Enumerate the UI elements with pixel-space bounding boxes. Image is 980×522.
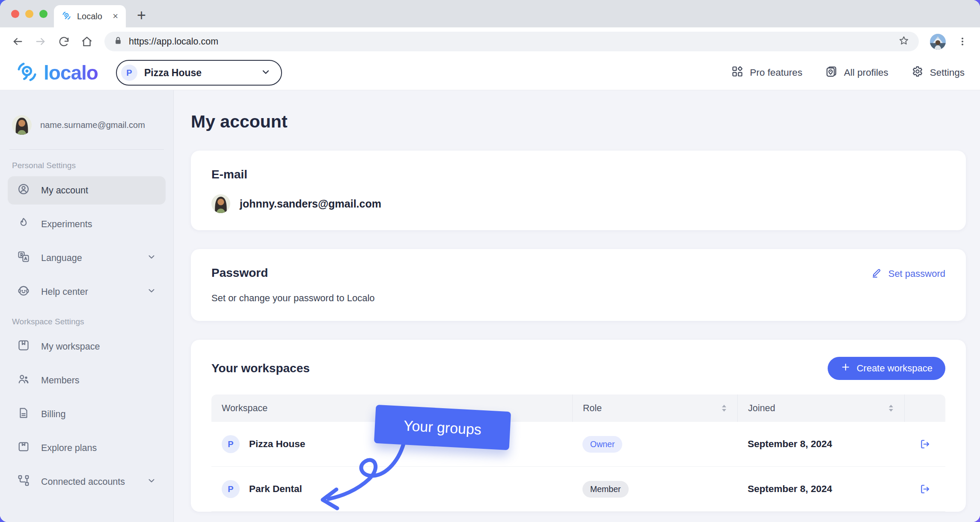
workspace-selector[interactable]: P Pizza House	[116, 60, 282, 86]
chevron-down-icon	[147, 286, 156, 298]
pencil-icon	[871, 267, 882, 281]
email-row: johnny.sanders@gmail.com	[211, 194, 945, 213]
browser-window: Localo × + https://app.localo.com	[0, 0, 980, 522]
sidebar-item-my-workspace[interactable]: My workspace	[8, 332, 166, 361]
sidebar-item-label: Members	[41, 375, 80, 386]
tab-close-icon[interactable]: ×	[113, 12, 118, 21]
forward-icon[interactable]	[31, 32, 50, 51]
sort-icon[interactable]	[721, 404, 727, 412]
sidebar-item-label: Language	[41, 253, 82, 264]
translate-icon	[17, 250, 30, 266]
create-workspace-button[interactable]: Create workspace	[828, 357, 945, 380]
url-text[interactable]: https://app.localo.com	[129, 36, 892, 47]
localo-logo[interactable]: localo	[15, 60, 98, 85]
role-badge: Owner	[582, 436, 622, 453]
sidebar-item-language[interactable]: Language	[8, 244, 166, 272]
address-bar[interactable]: https://app.localo.com	[104, 32, 919, 51]
nav-settings[interactable]: Settings	[912, 65, 965, 80]
user-avatar	[12, 115, 32, 135]
app-header-nav: Pro features All profiles Settings	[731, 65, 965, 80]
nav-all-profiles[interactable]: All profiles	[826, 65, 888, 80]
settings-sidebar: name.surname@gmail.com Personal Settings…	[0, 90, 174, 522]
page-title: My account	[191, 112, 966, 132]
tab-strip: Localo × +	[0, 0, 980, 27]
sidebar-item-my-account[interactable]: My account	[8, 176, 166, 205]
sidebar-item-label: Explore plans	[41, 443, 97, 454]
role-cell: Member	[572, 481, 737, 498]
sidebar-item-help-center[interactable]: Help center	[8, 278, 166, 306]
bookmark-star-icon[interactable]	[898, 35, 909, 48]
gear-icon	[912, 65, 924, 80]
joined-cell: September 8, 2024	[737, 483, 904, 495]
localo-logo-icon	[15, 60, 39, 85]
sidebar-item-explore-plans[interactable]: Explore plans	[8, 434, 166, 462]
profiles-stack-icon	[826, 65, 837, 80]
joined-date: September 8, 2024	[748, 483, 832, 495]
actions-cell	[904, 438, 945, 450]
workspace-name: Park Dental	[249, 483, 302, 495]
section-label-workspace: Workspace Settings	[8, 317, 166, 326]
sidebar-divider	[9, 149, 164, 150]
role-cell: Owner	[572, 436, 737, 453]
nav-pro-features[interactable]: Pro features	[731, 65, 802, 80]
workspace-selector-label: Pizza House	[144, 67, 254, 79]
column-header-actions	[904, 394, 945, 422]
joined-cell: September 8, 2024	[737, 439, 904, 450]
nav-label: Pro features	[750, 67, 802, 78]
chevron-down-icon	[147, 252, 156, 264]
user-email: name.surname@gmail.com	[40, 120, 145, 130]
leave-workspace-icon[interactable]	[919, 483, 931, 495]
sidebar-user: name.surname@gmail.com	[8, 90, 166, 149]
localo-wordmark: localo	[44, 61, 98, 84]
zoom-window-button[interactable]	[39, 10, 48, 18]
column-header-joined[interactable]: Joined	[737, 394, 904, 422]
role-badge: Member	[582, 481, 629, 498]
nav-label: Settings	[930, 67, 965, 78]
sidebar-item-experiments[interactable]: Experiments	[8, 210, 166, 238]
plus-icon	[840, 362, 851, 375]
bookmark-square-icon	[17, 339, 30, 354]
sidebar-item-label: Billing	[41, 409, 65, 420]
reload-icon[interactable]	[54, 32, 74, 51]
sidebar-item-label: Connected accounts	[41, 477, 125, 487]
sidebar-item-label: Experiments	[41, 219, 92, 230]
browser-profile-avatar[interactable]	[930, 34, 946, 50]
browser-menu-icon[interactable]	[953, 32, 972, 51]
set-password-button[interactable]: Set password	[871, 267, 945, 281]
account-email: johnny.sanders@gmail.com	[240, 198, 381, 210]
create-workspace-label: Create workspace	[857, 363, 932, 374]
headset-icon	[17, 284, 30, 300]
workspace-cell: P Park Dental	[211, 480, 572, 498]
new-tab-button[interactable]: +	[137, 8, 146, 23]
lock-icon[interactable]	[114, 36, 122, 47]
traffic-lights	[11, 10, 48, 18]
grid-diamond-icon	[731, 65, 743, 80]
column-header-role[interactable]: Role	[572, 394, 737, 422]
workspaces-card-title: Your workspaces	[211, 362, 310, 375]
back-icon[interactable]	[8, 32, 27, 51]
sidebar-item-label: My workspace	[41, 341, 100, 352]
home-icon[interactable]	[77, 32, 97, 51]
tab-title: Localo	[77, 12, 107, 21]
email-card-title: E-mail	[211, 168, 945, 181]
nav-label: All profiles	[844, 67, 888, 78]
sidebar-item-billing[interactable]: Billing	[8, 400, 166, 428]
workspace-initial-avatar: P	[121, 65, 137, 81]
sidebar-item-connected-accounts[interactable]: Connected accounts	[8, 468, 166, 496]
close-window-button[interactable]	[11, 10, 19, 18]
package-icon	[17, 440, 30, 456]
table-row[interactable]: P Park Dental Member September 8, 2024	[211, 467, 945, 512]
browser-tab-localo[interactable]: Localo ×	[54, 5, 126, 27]
browser-toolbar: https://app.localo.com	[0, 27, 980, 56]
leave-workspace-icon[interactable]	[919, 438, 931, 450]
sidebar-item-label: My account	[41, 185, 88, 196]
table-row[interactable]: P Pizza House Owner September 8, 2024	[211, 422, 945, 467]
actions-cell	[904, 483, 945, 495]
sidebar-item-label: Help center	[41, 287, 88, 297]
minimize-window-button[interactable]	[25, 10, 33, 18]
email-card: E-mail johnny.sanders@gmail.com	[191, 151, 966, 230]
sidebar-item-members[interactable]: Members	[8, 366, 166, 394]
flame-icon	[17, 217, 30, 232]
chevron-down-icon	[147, 476, 156, 488]
sort-icon[interactable]	[888, 404, 894, 412]
